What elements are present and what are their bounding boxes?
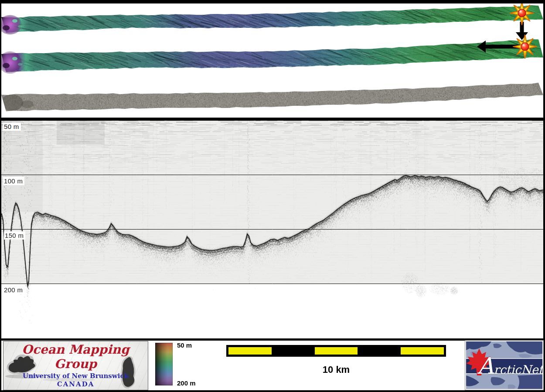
footer-section: Ocean Mapping Group University of New Br… xyxy=(1,341,543,390)
scalebar-segment-yellow xyxy=(228,347,272,355)
scalebar-segment-black xyxy=(272,347,315,355)
colorbar-shading xyxy=(155,343,173,385)
colorbar-bottom-label: 200 m xyxy=(177,379,196,387)
depth-colorbar-gradient xyxy=(155,343,173,385)
omg-logo: Ocean Mapping Group University of New Br… xyxy=(3,341,148,390)
swath-section xyxy=(1,3,543,118)
scalebar-label: 10 km xyxy=(226,364,446,375)
subbottom-profile-canvas xyxy=(1,121,543,338)
colorbar-top-label: 50 m xyxy=(177,341,192,349)
scalebar-segment-yellow xyxy=(401,347,444,355)
depth-label-200m: 200 m xyxy=(3,286,24,294)
survey-figure: 50 m 100 m 150 m 200 m Ocean Mapping Gro… xyxy=(0,0,545,392)
scalebar-segments xyxy=(226,345,446,357)
depth-colorbar: 50 m 200 m xyxy=(155,342,203,389)
omg-university-text: University of New Brunswick xyxy=(3,372,148,380)
scalebar-segment-yellow xyxy=(315,347,358,355)
depth-label-50m: 50 m xyxy=(3,122,21,131)
map-scalebar: 10 km xyxy=(226,345,446,375)
arcticnet-wordmark: ArcticNet xyxy=(477,353,543,383)
depth-label-150m: 150 m xyxy=(4,231,25,240)
omg-logo-title: Ocean Mapping Group xyxy=(3,342,148,371)
scalebar-segment-black xyxy=(358,347,401,355)
depth-label-100m: 100 m xyxy=(3,177,24,185)
omg-canada-text: CANADA xyxy=(3,380,148,388)
swath-strips-canvas xyxy=(1,3,543,118)
arcticnet-logo: ArcticNet xyxy=(465,341,543,390)
subbottom-profile-section: 50 m 100 m 150 m 200 m xyxy=(1,121,543,338)
